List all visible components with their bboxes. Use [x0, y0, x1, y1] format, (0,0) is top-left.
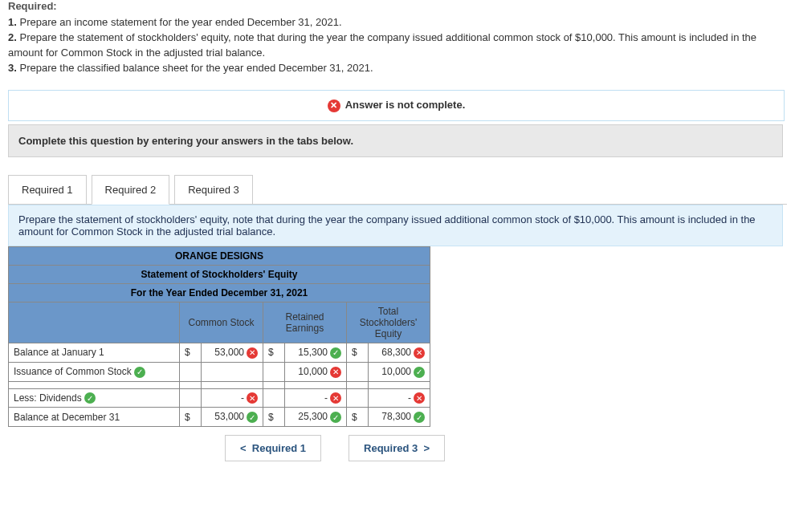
- instr-num: 3.: [8, 62, 17, 74]
- col-total-equity: Total Stockholders' Equity: [347, 302, 430, 343]
- value-cell[interactable]: -✕: [285, 388, 347, 408]
- currency-cell: [263, 362, 285, 381]
- required-header: Required:: [8, 0, 791, 12]
- instr-text: Prepare the classified balance sheet for…: [19, 62, 373, 74]
- currency-cell: [180, 381, 202, 388]
- row-label[interactable]: Balance at December 31: [9, 408, 180, 427]
- tab-hint: Prepare the statement of stockholders' e…: [8, 205, 783, 246]
- value-cell[interactable]: [369, 381, 430, 388]
- currency-cell: $: [347, 343, 369, 362]
- row-label[interactable]: Balance at January 1: [9, 343, 180, 362]
- currency-cell: [180, 388, 202, 408]
- currency-cell: $: [263, 408, 285, 427]
- table-title-statement: Statement of Stockholders' Equity: [9, 265, 430, 283]
- cross-icon: ✕: [414, 392, 425, 404]
- value-cell[interactable]: 25,300✓: [285, 408, 347, 427]
- check-icon: ✓: [247, 412, 258, 423]
- instr-text: Prepare the statement of stockholders' e…: [8, 31, 756, 59]
- cross-icon: ✕: [247, 392, 258, 404]
- currency-cell: $: [180, 343, 202, 362]
- value-cell[interactable]: 68,300✕: [369, 343, 430, 362]
- check-icon: ✓: [330, 347, 341, 359]
- value-cell[interactable]: 10,000✕: [285, 362, 347, 381]
- check-icon: ✓: [414, 412, 425, 423]
- row-label[interactable]: Issuance of Common Stock✓: [9, 362, 180, 381]
- cross-icon: ✕: [414, 347, 425, 359]
- next-label: Required 3: [364, 442, 418, 454]
- row-label[interactable]: Less: Dividends✓: [9, 388, 180, 408]
- instructions: 1. Prepare an income statement for the y…: [8, 15, 791, 75]
- value-cell[interactable]: 53,000✓: [202, 408, 263, 427]
- tab-instruction-bar: Complete this question by entering your …: [8, 124, 783, 157]
- next-button[interactable]: Required 3 >: [349, 435, 445, 461]
- cross-icon: ✕: [330, 392, 341, 404]
- currency-cell: [263, 388, 285, 408]
- value-cell[interactable]: -✕: [202, 388, 263, 408]
- table-title-company: ORANGE DESIGNS: [9, 246, 430, 265]
- col-retained-earnings: Retained Earnings: [263, 302, 347, 343]
- tabs: Required 1 Required 2 Required 3: [8, 175, 787, 205]
- stockholders-equity-table: ORANGE DESIGNS Statement of Stockholders…: [8, 246, 430, 427]
- currency-cell: $: [263, 343, 285, 362]
- prev-label: Required 1: [252, 442, 306, 454]
- nav-buttons: < Required 1 Required 3 >: [225, 435, 791, 461]
- value-cell[interactable]: 53,000✕: [202, 343, 263, 362]
- currency-cell: [347, 362, 369, 381]
- check-icon: ✓: [134, 367, 145, 378]
- value-cell[interactable]: 10,000✓: [369, 362, 430, 381]
- value-cell[interactable]: [202, 362, 263, 381]
- chevron-left-icon: <: [240, 442, 247, 454]
- tab-required-2[interactable]: Required 2: [92, 175, 170, 205]
- currency-cell: $: [180, 408, 202, 427]
- currency-cell: $: [347, 408, 369, 427]
- completion-banner: ✕Answer is not complete.: [8, 90, 785, 121]
- instr-text: Prepare an income statement for the year…: [19, 16, 341, 28]
- chevron-right-icon: >: [423, 442, 430, 454]
- currency-cell: [347, 388, 369, 408]
- table-title-period: For the Year Ended December 31, 2021: [9, 283, 430, 302]
- prev-button[interactable]: < Required 1: [225, 435, 321, 461]
- row-label[interactable]: [9, 381, 180, 388]
- check-icon: ✓: [84, 392, 96, 404]
- value-cell[interactable]: [202, 381, 263, 388]
- value-cell[interactable]: 78,300✓: [369, 408, 430, 427]
- banner-text: Answer is not complete.: [345, 99, 466, 111]
- currency-cell: [347, 381, 369, 388]
- col-common-stock: Common Stock: [180, 302, 263, 343]
- check-icon: ✓: [414, 367, 425, 378]
- currency-cell: [263, 381, 285, 388]
- value-cell[interactable]: 15,300✓: [285, 343, 347, 362]
- check-icon: ✓: [330, 412, 341, 423]
- instr-num: 1.: [8, 16, 17, 28]
- cross-icon: ✕: [247, 347, 258, 359]
- col-label: [9, 302, 180, 343]
- value-cell[interactable]: [285, 381, 347, 388]
- error-icon: ✕: [328, 99, 340, 112]
- tab-required-3[interactable]: Required 3: [174, 175, 253, 205]
- tab-required-1[interactable]: Required 1: [8, 175, 87, 205]
- instr-num: 2.: [8, 31, 17, 43]
- currency-cell: [180, 362, 202, 381]
- value-cell[interactable]: -✕: [369, 388, 430, 408]
- cross-icon: ✕: [330, 367, 341, 378]
